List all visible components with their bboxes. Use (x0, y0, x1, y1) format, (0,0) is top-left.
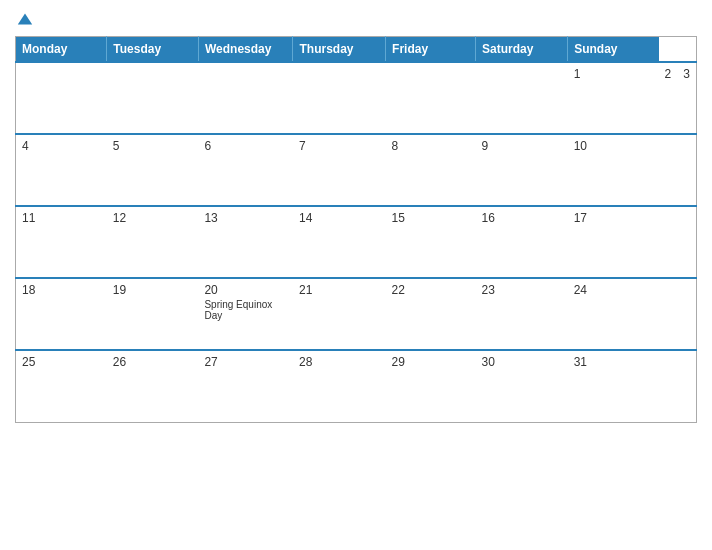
week-row-5: 25262728293031 (16, 350, 697, 422)
day-number: 15 (392, 211, 470, 225)
weekday-header-friday: Friday (386, 37, 476, 63)
week-row-2: 45678910 (16, 134, 697, 206)
day-cell-11: 11 (16, 206, 107, 278)
weekday-header-saturday: Saturday (475, 37, 567, 63)
day-cell-28: 28 (293, 350, 386, 422)
weekday-header-thursday: Thursday (293, 37, 386, 63)
day-number: 28 (299, 355, 380, 369)
day-number: 7 (299, 139, 380, 153)
calendar-page: MondayTuesdayWednesdayThursdayFridaySatu… (0, 0, 712, 550)
day-number: 10 (574, 139, 653, 153)
day-number: 8 (392, 139, 470, 153)
week-row-1: 123 (16, 62, 697, 134)
day-number: 30 (481, 355, 561, 369)
day-number: 14 (299, 211, 380, 225)
weekday-header-monday: Monday (16, 37, 107, 63)
empty-cell (107, 62, 199, 134)
day-cell-26: 26 (107, 350, 199, 422)
day-cell-15: 15 (386, 206, 476, 278)
day-cell-2: 2 (659, 62, 678, 134)
day-number: 29 (392, 355, 470, 369)
day-cell-9: 9 (475, 134, 567, 206)
day-cell-18: 18 (16, 278, 107, 350)
day-number: 16 (481, 211, 561, 225)
header (15, 10, 697, 28)
day-number: 25 (22, 355, 101, 369)
day-cell-10: 10 (568, 134, 659, 206)
day-number: 18 (22, 283, 101, 297)
day-number: 12 (113, 211, 193, 225)
day-number: 24 (574, 283, 653, 297)
svg-marker-0 (18, 14, 32, 25)
day-number: 1 (574, 67, 653, 81)
logo (15, 10, 34, 28)
day-cell-17: 17 (568, 206, 659, 278)
day-number: 26 (113, 355, 193, 369)
day-number: 5 (113, 139, 193, 153)
day-cell-14: 14 (293, 206, 386, 278)
day-cell-7: 7 (293, 134, 386, 206)
day-number: 13 (204, 211, 287, 225)
day-cell-19: 19 (107, 278, 199, 350)
day-cell-22: 22 (386, 278, 476, 350)
day-cell-31: 31 (568, 350, 659, 422)
day-cell-1: 1 (568, 62, 659, 134)
day-number: 21 (299, 283, 380, 297)
day-number: 11 (22, 211, 101, 225)
day-number: 2 (665, 67, 672, 81)
day-event: Spring Equinox Day (204, 299, 287, 321)
day-cell-24: 24 (568, 278, 659, 350)
day-number: 3 (683, 67, 690, 81)
day-cell-8: 8 (386, 134, 476, 206)
day-cell-16: 16 (475, 206, 567, 278)
weekday-header-sunday: Sunday (568, 37, 659, 63)
weekday-header-tuesday: Tuesday (107, 37, 199, 63)
day-cell-21: 21 (293, 278, 386, 350)
day-cell-13: 13 (198, 206, 293, 278)
day-number: 23 (481, 283, 561, 297)
day-cell-23: 23 (475, 278, 567, 350)
weekday-header-wednesday: Wednesday (198, 37, 293, 63)
week-row-3: 11121314151617 (16, 206, 697, 278)
weekday-header-row: MondayTuesdayWednesdayThursdayFridaySatu… (16, 37, 697, 63)
empty-cell (16, 62, 107, 134)
week-row-4: 181920Spring Equinox Day21222324 (16, 278, 697, 350)
day-number: 27 (204, 355, 287, 369)
day-cell-20: 20Spring Equinox Day (198, 278, 293, 350)
day-number: 9 (481, 139, 561, 153)
day-number: 22 (392, 283, 470, 297)
day-cell- (386, 62, 476, 134)
day-cell-12: 12 (107, 206, 199, 278)
day-number: 31 (574, 355, 653, 369)
day-number: 19 (113, 283, 193, 297)
day-cell- (293, 62, 386, 134)
day-number: 17 (574, 211, 653, 225)
calendar-table: MondayTuesdayWednesdayThursdayFridaySatu… (15, 36, 697, 423)
day-cell-29: 29 (386, 350, 476, 422)
day-number: 20 (204, 283, 287, 297)
day-cell-27: 27 (198, 350, 293, 422)
empty-cell (198, 62, 293, 134)
day-cell-25: 25 (16, 350, 107, 422)
day-cell-6: 6 (198, 134, 293, 206)
day-cell-3: 3 (677, 62, 696, 134)
day-cell-4: 4 (16, 134, 107, 206)
logo-icon (16, 10, 34, 28)
day-cell-5: 5 (107, 134, 199, 206)
day-number: 6 (204, 139, 287, 153)
day-number: 4 (22, 139, 101, 153)
day-cell- (475, 62, 567, 134)
day-cell-30: 30 (475, 350, 567, 422)
